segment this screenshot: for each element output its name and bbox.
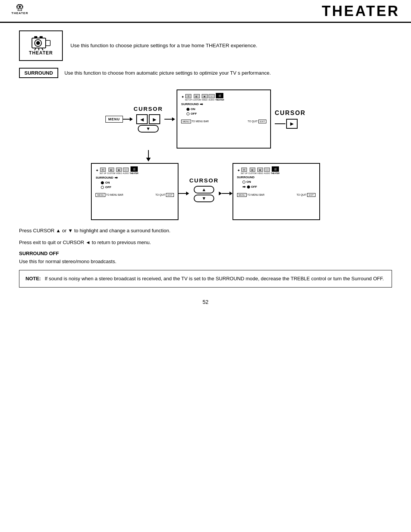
svg-line-4 bbox=[21, 9, 22, 11]
page-header: THEATER bbox=[0, 0, 411, 23]
svg-rect-9 bbox=[18, 4, 19, 5]
theater-label: THEATER bbox=[29, 50, 53, 56]
body-text-area: Press CURSOR ▲ or ▼ to highlight and cha… bbox=[19, 227, 392, 265]
cursor-left-btn[interactable]: ◄ bbox=[136, 114, 148, 124]
cursor-label-bottom: CURSOR bbox=[189, 177, 218, 184]
theater-icon-header bbox=[16, 3, 24, 11]
surround-description: Use this function to choose from automat… bbox=[64, 70, 271, 76]
press-cursor-text: Press CURSOR ▲ or ▼ to highlight and cha… bbox=[19, 227, 392, 235]
theater-camera-icon bbox=[31, 36, 51, 50]
menu-button[interactable]: MENU bbox=[105, 116, 123, 123]
description-row: THEATER Use this function to choose pict… bbox=[19, 30, 392, 61]
svg-rect-10 bbox=[20, 4, 21, 5]
screen2: ✦ ☰ SET UP ◧ CUSTOM ▣ VIDEO bbox=[91, 163, 178, 220]
header-icon-area: THEATER bbox=[11, 3, 28, 15]
cursor-right-btn[interactable]: ► bbox=[149, 114, 160, 124]
svg-rect-16 bbox=[46, 40, 50, 46]
theater-description: Use this function to choose picture sett… bbox=[70, 42, 257, 50]
screen1: ✦ ☰ SET UP ◧ CUSTOM bbox=[177, 89, 271, 149]
surround-button[interactable]: SURROUND bbox=[19, 68, 58, 78]
theater-icon-box: THEATER bbox=[19, 30, 63, 61]
svg-line-3 bbox=[18, 9, 19, 11]
note-text: If sound is noisy when a stereo broadcas… bbox=[45, 275, 384, 283]
diagram: MENU CURSOR ◄ ► ▼ bbox=[34, 89, 377, 220]
press-exit-text: Press exit to quit or CURSOR ◄ to return… bbox=[19, 239, 392, 247]
header-theater-label: THEATER bbox=[11, 11, 28, 15]
svg-point-13 bbox=[36, 41, 40, 45]
cursor-label-right: CURSOR bbox=[275, 110, 306, 117]
svg-rect-15 bbox=[40, 36, 43, 38]
svg-rect-14 bbox=[34, 36, 37, 38]
note-box: NOTE: If sound is noisy when a stereo br… bbox=[19, 270, 392, 288]
screen3: ✦ ☰ SET UP ◧ CUSTOM ▣ VIDEO bbox=[233, 163, 320, 220]
cursor-right-btn2[interactable]: ► bbox=[286, 119, 298, 129]
surround-off-desc: Use this for normal stereo/mono broadcas… bbox=[19, 258, 392, 266]
page-number: 52 bbox=[19, 299, 392, 305]
cursor-label-top: CURSOR bbox=[134, 105, 163, 112]
surround-off-heading: SURROUND OFF bbox=[19, 251, 392, 256]
surround-row: SURROUND Use this function to choose fro… bbox=[19, 68, 392, 78]
cursor-down-btn[interactable]: ▼ bbox=[138, 125, 159, 133]
page-title: THEATER bbox=[322, 3, 400, 19]
cursor-up-btn2[interactable]: ▲ bbox=[194, 186, 214, 193]
cursor-down-btn2[interactable]: ▼ bbox=[194, 195, 214, 202]
note-label: NOTE: bbox=[25, 275, 41, 283]
svg-point-1 bbox=[19, 6, 21, 8]
